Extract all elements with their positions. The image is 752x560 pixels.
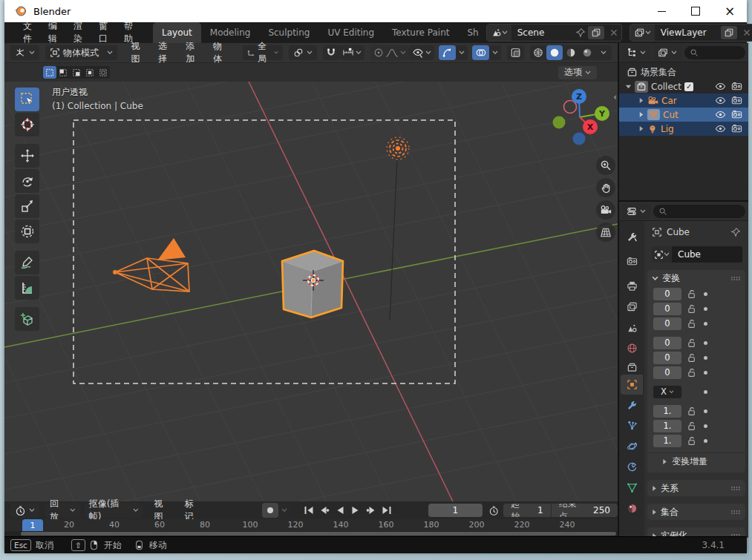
- lock-icon[interactable]: [687, 436, 697, 446]
- scene-unlink-icon[interactable]: [610, 29, 618, 36]
- jump-to-start-button[interactable]: [302, 504, 316, 517]
- tool-measure[interactable]: [15, 276, 39, 300]
- snap-toggle[interactable]: [323, 45, 339, 60]
- close-button[interactable]: ×: [713, 0, 747, 22]
- expand-arrow-icon[interactable]: [638, 125, 644, 132]
- viewlayer-name[interactable]: ViewLayer: [655, 27, 719, 38]
- animate-dot[interactable]: [704, 409, 707, 413]
- lock-icon[interactable]: [687, 406, 697, 416]
- tab-world[interactable]: [621, 338, 643, 358]
- location-y-field[interactable]: 0: [653, 303, 681, 315]
- visibility-dropdown[interactable]: [409, 45, 434, 60]
- drag-grip-icon[interactable]: [730, 510, 741, 515]
- outliner-search-input[interactable]: [684, 46, 745, 59]
- outliner-editor-dropdown[interactable]: [622, 45, 650, 60]
- shading-rendered-button[interactable]: [579, 45, 595, 60]
- disable-render-icon[interactable]: [731, 95, 742, 106]
- menu-window[interactable]: 窗口: [91, 20, 116, 45]
- overlays-dropdown[interactable]: [489, 45, 501, 60]
- scene-copy-button[interactable]: [588, 26, 604, 39]
- rotation-x-field[interactable]: 0: [653, 337, 681, 349]
- rotation-y-field[interactable]: 0: [653, 352, 681, 364]
- rotation-z-field[interactable]: 0: [653, 366, 681, 379]
- lock-icon[interactable]: [687, 289, 697, 299]
- rotation-mode-dropdown[interactable]: X: [653, 386, 681, 398]
- tab-particles[interactable]: [621, 415, 643, 435]
- play-reverse-button[interactable]: [333, 504, 347, 517]
- viewlayer-copy-button[interactable]: [721, 26, 737, 39]
- animate-dot[interactable]: [704, 322, 707, 326]
- editor-type-dropdown[interactable]: [10, 45, 39, 60]
- shading-material-button[interactable]: [563, 45, 579, 60]
- select-mode-subtract[interactable]: [70, 66, 83, 79]
- tab-scene[interactable]: [621, 318, 643, 338]
- timeline-editor-dropdown[interactable]: [10, 503, 39, 518]
- keying-menu[interactable]: 抠像(插帧): [85, 503, 143, 518]
- pin-icon[interactable]: [575, 27, 586, 38]
- lock-icon[interactable]: [687, 368, 697, 378]
- viewport-3d[interactable]: Z Y X 用户透视 (1) Collection | Cube: [4, 82, 618, 501]
- tool-select-box[interactable]: [15, 88, 39, 111]
- object-id-dropdown[interactable]: [652, 246, 672, 263]
- pan-hand-button[interactable]: [596, 178, 615, 197]
- tool-move[interactable]: [15, 144, 39, 168]
- tab-shading-truncated[interactable]: Sh: [458, 22, 478, 43]
- animate-dot[interactable]: [704, 439, 707, 443]
- relations-panel-header[interactable]: 关系: [647, 480, 745, 496]
- expand-arrow-icon[interactable]: [638, 97, 644, 104]
- hide-eye-icon[interactable]: [715, 81, 726, 92]
- outliner-filter-dropdown[interactable]: [653, 45, 681, 60]
- playback-menu[interactable]: 回放: [45, 503, 80, 518]
- zoom-button[interactable]: [596, 156, 615, 175]
- lock-icon[interactable]: [687, 338, 697, 348]
- animate-dot[interactable]: [704, 292, 707, 296]
- scale-x-field[interactable]: 1.: [653, 405, 681, 418]
- play-button[interactable]: [349, 504, 363, 517]
- drag-grip-icon[interactable]: [730, 276, 741, 281]
- gizmos-dropdown[interactable]: [456, 45, 468, 60]
- orientation-dropdown[interactable]: 全局: [243, 45, 283, 60]
- current-frame-field[interactable]: 1: [428, 504, 483, 517]
- pin-icon[interactable]: [730, 227, 741, 237]
- shading-wireframe-button[interactable]: [530, 45, 546, 60]
- sidebar-collapse-arrow[interactable]: ‹: [613, 92, 617, 102]
- tab-view-layer[interactable]: [621, 297, 643, 317]
- tool-add-cube[interactable]: [15, 307, 39, 331]
- scene-name[interactable]: Scene: [511, 27, 575, 38]
- tool-rotate[interactable]: [15, 169, 39, 193]
- maximize-button[interactable]: [679, 0, 713, 22]
- current-frame-marker[interactable]: 1: [22, 519, 43, 531]
- pivot-dropdown[interactable]: [289, 45, 317, 60]
- select-mode-set[interactable]: [43, 66, 56, 79]
- collections-panel-header[interactable]: 集合: [647, 504, 745, 520]
- delta-transform-panel-header[interactable]: 变换增量: [647, 452, 745, 470]
- mode-dropdown[interactable]: 物体模式: [45, 45, 117, 60]
- select-mode-extend[interactable]: [56, 66, 70, 79]
- outliner-row-cube[interactable]: Cut: [619, 108, 748, 122]
- tab-physics[interactable]: [621, 436, 643, 456]
- tab-output[interactable]: [621, 276, 643, 296]
- scene-icon-dropdown[interactable]: [487, 24, 511, 41]
- prev-keyframe-button[interactable]: [318, 504, 332, 517]
- viewlayer-icon-dropdown[interactable]: [630, 24, 655, 41]
- tab-modifiers[interactable]: [621, 395, 643, 415]
- gizmos-toggle[interactable]: [439, 45, 456, 60]
- snap-target-dropdown[interactable]: [339, 45, 364, 60]
- transform-panel-header[interactable]: 变换: [647, 270, 745, 286]
- tab-render[interactable]: [621, 251, 643, 271]
- start-frame-field[interactable]: 起始 1: [503, 504, 550, 517]
- tab-uv-editing[interactable]: UV Editing: [318, 22, 383, 43]
- tab-material[interactable]: [621, 498, 643, 518]
- next-keyframe-button[interactable]: [364, 504, 379, 517]
- lock-icon[interactable]: [687, 421, 697, 431]
- outliner-row-scene-collection[interactable]: 场景集合: [619, 65, 748, 79]
- menu-view[interactable]: 视图: [125, 40, 152, 65]
- menu-add[interactable]: 添加: [179, 40, 206, 65]
- tool-transform[interactable]: [15, 220, 39, 243]
- camera-view-button[interactable]: [596, 200, 615, 220]
- animate-dot[interactable]: [704, 390, 707, 394]
- tool-annotate[interactable]: [15, 251, 39, 274]
- lock-icon[interactable]: [687, 353, 697, 363]
- location-x-field[interactable]: 0: [653, 288, 681, 300]
- tab-constraints[interactable]: [621, 457, 643, 477]
